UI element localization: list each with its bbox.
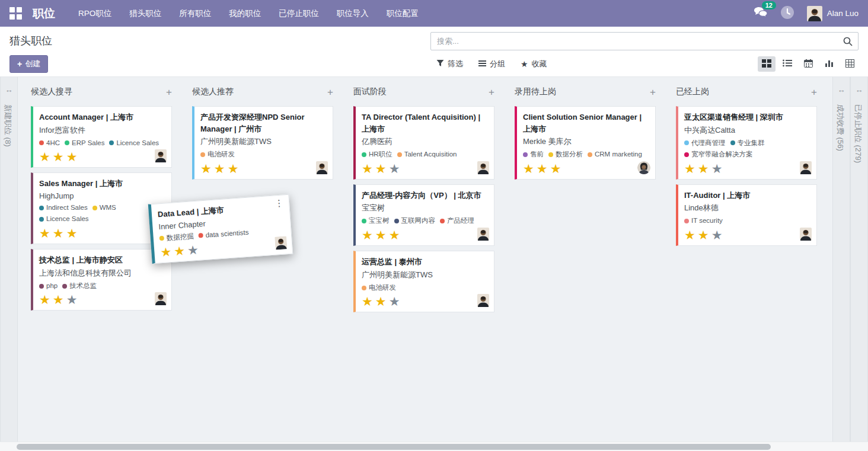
star-icon[interactable]: ★ [684,228,698,242]
user-menu[interactable]: Alan Luo [807,6,859,21]
create-button[interactable]: + 创建 [9,55,48,73]
activities-button[interactable] [780,5,795,23]
star-icon[interactable]: ★ [173,244,187,258]
list-view-button[interactable] [778,56,796,72]
star-icon[interactable]: ★ [698,162,711,175]
star-icon[interactable]: ★ [375,228,389,242]
folded-column-label: 成功收费 (56) [835,104,845,151]
star-icon[interactable]: ★ [66,226,80,240]
app-switcher-icon[interactable] [9,7,22,20]
nav-item-3[interactable]: 我的职位 [220,0,270,27]
favorites-button[interactable]: ★收藏 [515,56,553,72]
kanban-card[interactable]: 运营总监 | 泰州市广州明美新能源TWS电池研发★★★ [353,251,494,312]
kanban-card[interactable]: Data Lead | 上海市Inner Chapter数据挖掘data sci… [148,194,293,264]
star-icon[interactable]: ★ [214,162,228,175]
groupby-button[interactable]: 分组 [473,56,511,72]
search-input[interactable] [431,33,835,50]
pivot-view-button[interactable] [841,56,859,72]
star-icon[interactable]: ★ [711,228,725,242]
folded-column-success-fee[interactable]: ↔ 成功收费 (56) [832,77,850,442]
star-icon[interactable]: ★ [39,150,53,164]
search-icon[interactable] [843,37,853,49]
star-icon[interactable]: ★ [389,228,403,242]
priority-stars: ★★★ [684,228,725,243]
star-icon[interactable]: ★ [375,162,389,175]
star-icon[interactable]: ★ [53,226,66,240]
tag-color-dot [39,206,44,210]
star-icon[interactable]: ★ [698,228,711,242]
kanban-card[interactable]: 技术总监 | 上海市静安区上海法和信息科技有限公司php技术总监★★★ [31,249,172,311]
add-record-icon[interactable]: + [489,87,494,97]
kanban-card[interactable]: TA Director (Talent Acquisition) | 上海市亿腾… [353,106,494,180]
tag-color-dot [39,284,44,289]
column-title[interactable]: 候选人推荐 [192,87,234,97]
kanban-card[interactable]: Client Solution Senior Manager | 上海市Merk… [515,106,656,180]
scrollbar-thumb[interactable] [17,444,771,450]
card-company: Linde林德 [684,203,812,213]
star-icon[interactable]: ★ [389,162,403,175]
star-icon[interactable]: ★ [66,150,80,164]
card-footer: ★★★ [684,161,812,177]
kanban-card[interactable]: Account Manager | 上海市Infor恩富软件4HCERP Sal… [31,106,172,168]
clock-icon [780,5,795,23]
top-nav: 职位 RPO职位猎头职位所有职位我的职位已停止职位职位导入职位配置 12 Ala… [0,0,868,27]
kanban-card[interactable]: IT-Auditor | 上海市Linde林德IT security★★★ [676,184,817,246]
card-tags: 售前数据分析CRM marketing [523,149,650,161]
star-icon[interactable]: ★ [200,162,214,175]
star-icon[interactable]: ★ [362,162,375,175]
kanban-view-button[interactable] [758,56,776,72]
star-icon[interactable]: ★ [53,150,66,164]
kanban-column-4: 已经上岗+亚太区渠道销售经理 | 深圳市中兴高达Caltta代理商管理专业集群宽… [669,77,830,442]
star-icon[interactable]: ★ [66,293,80,306]
kanban-card[interactable]: 产品开发资深经理NPD Senior Manager | 广州市广州明美新能源T… [192,106,333,180]
star-icon[interactable]: ★ [550,162,564,175]
nav-item-0[interactable]: RPO职位 [69,0,120,27]
star-icon[interactable]: ★ [362,228,375,242]
nav-item-2[interactable]: 所有职位 [170,0,220,27]
unfold-icon[interactable]: ↔ [851,85,867,94]
star-icon[interactable]: ★ [39,226,53,240]
add-record-icon[interactable]: + [166,87,172,97]
app-title[interactable]: 职位 [33,6,55,21]
card-footer: ★★★ [39,149,167,165]
column-title[interactable]: 面试阶段 [353,87,387,97]
kebab-menu-icon[interactable]: ⋮ [275,199,284,208]
kanban-card[interactable]: 产品经理-内容方向（VP） | 北京市宝宝树宝宝树互联网内容产品经理★★★ [353,184,494,246]
star-icon[interactable]: ★ [160,245,174,260]
column-title[interactable]: 录用待上岗 [515,87,556,97]
star-icon[interactable]: ★ [187,242,201,257]
star-icon[interactable]: ★ [537,162,550,175]
messages-button[interactable]: 12 [754,7,768,20]
star-icon[interactable]: ★ [53,293,66,306]
nav-item-4[interactable]: 已停止职位 [270,0,328,27]
kanban-column-2: 面试阶段+TA Director (Talent Acquisition) | … [346,77,508,442]
column-title[interactable]: 已经上岗 [676,87,709,97]
add-record-icon[interactable]: + [811,87,817,97]
card-title: 运营总监 | 泰州市 [362,256,489,268]
star-icon[interactable]: ★ [228,162,241,175]
star-icon[interactable]: ★ [523,162,537,175]
calendar-view-button[interactable] [799,56,817,72]
graph-view-button[interactable] [820,56,838,72]
star-icon[interactable]: ★ [711,162,725,175]
horizontal-scrollbar[interactable] [0,442,868,451]
kanban-card[interactable]: 亚太区渠道销售经理 | 深圳市中兴高达Caltta代理商管理专业集群宽窄带融合解… [676,106,817,180]
star-icon[interactable]: ★ [362,295,375,308]
folded-column-stopped-jobs[interactable]: ↔ 已停止职位 (279) [850,77,868,442]
star-icon[interactable]: ★ [39,293,53,306]
unfold-icon[interactable]: ↔ [833,85,850,94]
unfold-icon[interactable]: ↔ [1,85,17,94]
add-record-icon[interactable]: + [650,87,656,97]
star-icon[interactable]: ★ [684,162,698,175]
nav-item-5[interactable]: 职位导入 [328,0,378,27]
filter-button[interactable]: 筛选 [430,56,469,72]
star-icon[interactable]: ★ [375,295,389,308]
folded-column-new-jobs[interactable]: ↔ 新建职位 (8) [0,77,18,442]
star-icon[interactable]: ★ [389,295,403,308]
nav-item-6[interactable]: 职位配置 [378,0,427,27]
priority-stars: ★★★ [39,226,79,241]
card-tag: HR职位 [362,151,392,158]
nav-item-1[interactable]: 猎头职位 [120,0,170,27]
add-record-icon[interactable]: + [327,87,333,97]
column-title[interactable]: 候选人搜寻 [31,87,72,97]
